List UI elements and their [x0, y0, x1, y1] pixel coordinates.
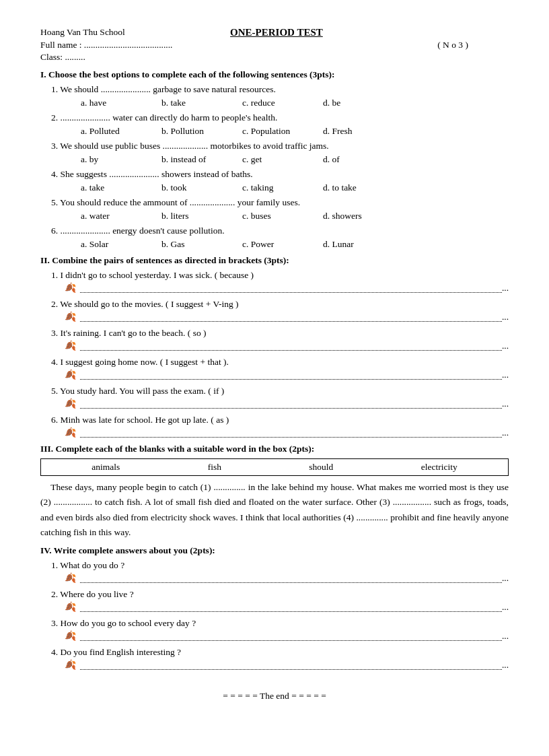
combine-q6: 6. Minh was late for school. He got up l…: [51, 415, 509, 425]
leaf-icon-3: 🍂: [65, 340, 76, 351]
dotted-line-5: [80, 399, 502, 409]
iv-dotted-line-1: [80, 574, 502, 583]
option-4a: a. take: [81, 182, 161, 193]
option-5d: d. showers: [323, 211, 404, 221]
combine-q4: 4. I suggest going home now. ( I suggest…: [51, 357, 509, 368]
question-5: 5. You should reduce the ammount of ....…: [51, 197, 509, 208]
word-animals: animals: [92, 462, 120, 473]
option-5b: b. liters: [161, 211, 242, 221]
option-2d: d. Fresh: [323, 126, 404, 137]
option-5c: c. buses: [242, 211, 323, 221]
iv-answer-line-2: 🍂 ...: [65, 601, 509, 613]
option-6b: b. Gas: [161, 239, 242, 250]
option-3b: b. instead of: [161, 154, 242, 165]
class-label: Class: .........: [40, 52, 85, 62]
iv-end-dots-1: ...: [502, 573, 509, 584]
iv-answer-line-1: 🍂 ...: [65, 572, 509, 584]
option-3a: a. by: [81, 154, 161, 165]
answer-line-4: 🍂 ...: [65, 369, 509, 380]
option-2b: b. Pollution: [161, 126, 242, 137]
combine-q2: 2. We should go to the movies. ( I sugge…: [51, 299, 509, 310]
test-title: ONE-PERIOD TEST: [125, 27, 428, 38]
iv-dotted-line-2: [80, 603, 502, 612]
leaf-icon-6: 🍂: [65, 427, 76, 438]
iv-q1: 1. What do you do ?: [51, 560, 509, 571]
iv-q4: 4. Do you find English interesting ?: [51, 647, 509, 658]
answer-line-5: 🍂 ...: [65, 398, 509, 409]
question-6: 6. ...................... energy doesn't…: [51, 226, 509, 236]
answer-line-6: 🍂 ...: [65, 427, 509, 438]
answer-line-3: 🍂 ...: [65, 340, 509, 351]
iv-leaf-icon-1: 🍂: [65, 572, 76, 584]
end-dots-4: ...: [502, 370, 509, 380]
dotted-line-2: [80, 312, 502, 322]
iv-answer-line-4: 🍂 ...: [65, 659, 509, 671]
option-4d: d. to take: [323, 182, 404, 193]
iv-q2: 2. Where do you live ?: [51, 589, 509, 600]
combine-q5: 5. You study hard. You will pass the exa…: [51, 386, 509, 397]
iv-end-dots-2: ...: [502, 602, 509, 613]
option-1b: b. take: [161, 98, 242, 108]
iv-leaf-icon-3: 🍂: [65, 630, 76, 642]
question-1: 1. We should ...................... garb…: [51, 84, 509, 95]
iv-end-dots-4: ...: [502, 660, 509, 671]
option-1a: a. have: [81, 98, 161, 108]
option-2c: c. Population: [242, 126, 323, 137]
word-should: should: [309, 462, 333, 473]
option-4c: c. taking: [242, 182, 323, 193]
answer-line-2: 🍂 ...: [65, 311, 509, 322]
dotted-line-4: [80, 370, 502, 380]
option-6c: c. Power: [242, 239, 323, 250]
end-dots-2: ...: [502, 312, 509, 322]
question-4: 4. She suggests ...................... s…: [51, 169, 509, 180]
number-label: ( N o 3 ): [437, 40, 468, 50]
fullname-label: Full name : ............................…: [40, 40, 173, 50]
option-3c: c. get: [242, 154, 323, 165]
school-name: Hoang Van Thu School: [40, 27, 125, 38]
end-dots-3: ...: [502, 341, 509, 351]
option-2a: a. Polluted: [81, 126, 161, 137]
option-6d: d. Lunar: [323, 239, 404, 250]
section3-title: III. Complete each of the blanks with a …: [40, 444, 509, 454]
word-box: animals fish should electricity: [40, 458, 509, 476]
question-3: 3. We should use public buses ..........…: [51, 141, 509, 151]
iv-leaf-icon-2: 🍂: [65, 601, 76, 613]
paragraph-text: These days, many people begin to catch (…: [40, 480, 509, 540]
dotted-line-6: [80, 428, 502, 438]
iv-dotted-line-3: [80, 631, 502, 641]
section1-title: I. Choose the best options to complete e…: [40, 69, 509, 80]
combine-q1: 1. I didn't go to school yesterday. I wa…: [51, 270, 509, 281]
iv-answer-line-3: 🍂 ...: [65, 630, 509, 642]
iv-leaf-icon-4: 🍂: [65, 659, 76, 671]
answer-line-1: 🍂 ...: [65, 282, 509, 294]
option-6a: a. Solar: [81, 239, 161, 250]
leaf-icon-2: 🍂: [65, 311, 76, 322]
dotted-line-3: [80, 341, 502, 351]
iv-dotted-line-4: [80, 660, 502, 670]
section4-title: IV. Write complete answers about you (2p…: [40, 545, 509, 556]
end-dots-6: ...: [502, 427, 509, 438]
leaf-icon-4: 🍂: [65, 369, 76, 380]
option-4b: b. took: [161, 182, 242, 193]
combine-q3: 3. It's raining. I can't go to the beach…: [51, 328, 509, 339]
dotted-line-1: [80, 283, 502, 293]
word-electricity: electricity: [421, 462, 458, 473]
option-5a: a. water: [81, 211, 161, 221]
option-3d: d. of: [323, 154, 404, 165]
option-1c: c. reduce: [242, 98, 323, 108]
end-dots-1: ...: [502, 283, 509, 294]
end-dots-5: ...: [502, 399, 509, 409]
question-2: 2. ...................... water can dire…: [51, 112, 509, 123]
section2-title: II. Combine the pairs of sentences as di…: [40, 255, 509, 266]
leaf-icon-5: 🍂: [65, 398, 76, 409]
word-fish: fish: [208, 462, 221, 473]
iv-q3: 3. How do you go to school every day ?: [51, 618, 509, 629]
footer-end: = = = = = The end = = = = =: [40, 691, 509, 701]
iv-end-dots-3: ...: [502, 631, 509, 642]
option-1d: d. be: [323, 98, 404, 108]
leaf-icon-1: 🍂: [65, 282, 76, 294]
